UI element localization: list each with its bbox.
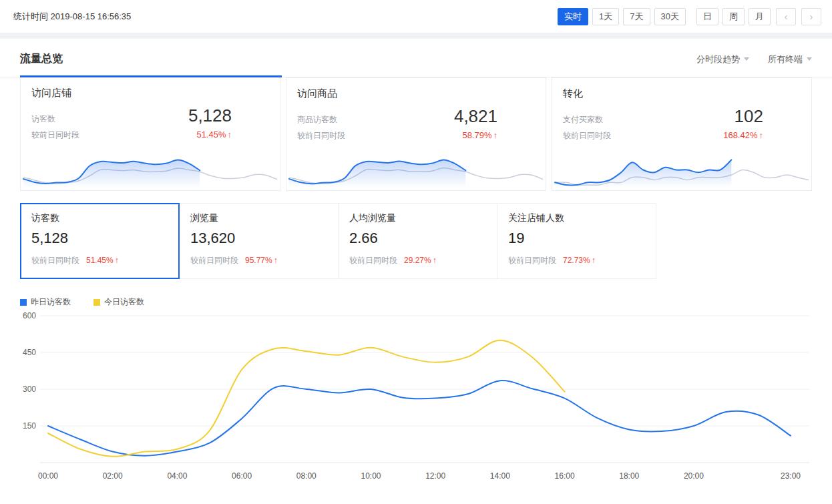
metric-label: 浏览量	[190, 212, 327, 224]
compare-row: 较前日同时段72.73%↑	[508, 255, 645, 266]
svg-text:06:00: 06:00	[232, 471, 252, 481]
up-arrow-icon: ↑	[274, 256, 278, 265]
metric-cards-row: 访客数 5,128 较前日同时段51.45%↑ 浏览量 13,620 较前日同时…	[0, 203, 832, 279]
metric-value: 4,821	[454, 107, 497, 125]
metric-value: 19	[508, 230, 645, 247]
compare-row: 较前日同时段51.45%↑	[31, 255, 168, 266]
change-value: 168.42%↑	[723, 128, 763, 143]
change-value: 95.77%↑	[245, 256, 278, 265]
card-title: 访问商品	[297, 87, 535, 100]
metric-value: 5,128	[31, 230, 168, 247]
separator-band	[0, 33, 832, 39]
time-btn-realtime[interactable]: 实时	[558, 8, 588, 25]
prev-page-button[interactable]: ‹	[776, 8, 796, 25]
compare-row: 较前日同时段 168.42%↑	[563, 128, 763, 144]
up-arrow-icon: ↑	[115, 256, 119, 265]
compare-label: 较前日同时段	[563, 128, 611, 144]
metric-label: 关注店铺人数	[508, 212, 645, 224]
up-arrow-icon: ↑	[759, 130, 764, 140]
overview-cards-row: 访问店铺 访客数 5,128 较前日同时段 51.45%↑ 访问商品 商品访客数…	[0, 77, 832, 191]
metric-value: 5,128	[188, 106, 232, 125]
metric-card-shop-followers[interactable]: 关注店铺人数 19 较前日同时段72.73%↑	[497, 203, 656, 279]
overview-card-shop-visits[interactable]: 访问店铺 访客数 5,128 较前日同时段 51.45%↑	[20, 77, 280, 191]
overview-card-conversion[interactable]: 转化 支付买家数 102 较前日同时段 168.42%↑	[552, 77, 812, 191]
chevron-down-icon	[807, 57, 812, 61]
section-header: 流量总览 分时段趋势 所有终端	[0, 39, 832, 77]
sparkline-chart	[552, 148, 811, 190]
metric-card-pageviews[interactable]: 浏览量 13,620 较前日同时段95.77%↑	[179, 203, 339, 279]
trend-dropdown-label: 分时段趋势	[696, 53, 740, 65]
svg-text:10:00: 10:00	[361, 471, 381, 481]
card-metrics: 支付买家数 102 较前日同时段 168.42%↑	[563, 107, 801, 144]
card-title: 访问店铺	[31, 87, 269, 99]
metric-row: 访客数 5,128	[31, 106, 232, 127]
svg-text:08:00: 08:00	[296, 471, 317, 481]
time-range-controls: 实时 1天 7天 30天 日 周 月 ‹ ›	[554, 8, 821, 25]
metric-label: 商品访客数	[297, 111, 337, 128]
metric-value: 102	[735, 107, 763, 125]
metric-card-visitors[interactable]: 访客数 5,128 较前日同时段51.45%↑	[20, 203, 180, 279]
time-btn-month[interactable]: 月	[749, 8, 771, 25]
svg-text:04:00: 04:00	[167, 471, 187, 481]
svg-text:18:00: 18:00	[619, 471, 639, 481]
page-title: 流量总览	[20, 52, 63, 66]
up-arrow-icon: ↑	[493, 130, 498, 140]
svg-text:14:00: 14:00	[490, 471, 510, 481]
card-metrics: 访客数 5,128 较前日同时段 51.45%↑	[31, 106, 269, 143]
time-btn-week[interactable]: 周	[722, 8, 745, 25]
traffic-trend-chart: 15030045060000:0002:0004:0006:0008:0010:…	[17, 309, 812, 484]
overview-card-product-visits[interactable]: 访问商品 商品访客数 4,821 较前日同时段 58.79%↑	[286, 77, 546, 191]
change-value: 72.73%↑	[563, 256, 596, 265]
compare-row: 较前日同时段95.77%↑	[190, 255, 327, 266]
chart-area: 15030045060000:0002:0004:0006:0008:0010:…	[0, 308, 832, 484]
metric-label: 支付买家数	[563, 111, 603, 128]
svg-text:600: 600	[23, 311, 36, 320]
legend-swatch-blue	[20, 299, 27, 306]
compare-row: 较前日同时段29.27%↑	[349, 255, 486, 266]
change-value: 29.27%↑	[404, 256, 437, 265]
svg-text:02:00: 02:00	[103, 471, 123, 481]
legend-swatch-yellow	[93, 299, 100, 306]
metric-card-avg-pageviews[interactable]: 人均浏览量 2.66 较前日同时段29.27%↑	[338, 203, 497, 279]
chevron-down-icon	[744, 57, 749, 61]
change-value: 51.45%↑	[196, 128, 232, 142]
svg-text:150: 150	[23, 421, 36, 431]
legend-item-yesterday[interactable]: 昨日访客数	[20, 296, 71, 308]
time-btn-day[interactable]: 日	[696, 8, 718, 25]
header-dropdowns: 分时段趋势 所有终端	[696, 53, 812, 65]
time-btn-30day[interactable]: 30天	[654, 8, 686, 25]
terminal-dropdown-label: 所有终端	[768, 53, 803, 65]
topbar: 统计时间 2019-08-15 16:56:35 实时 1天 7天 30天 日 …	[0, 0, 832, 33]
metric-label: 访客数	[31, 212, 168, 224]
compare-label: 较前日同时段	[31, 127, 79, 143]
time-btn-1day[interactable]: 1天	[592, 8, 619, 25]
svg-text:300: 300	[23, 385, 36, 394]
main-content: 流量总览 分时段趋势 所有终端 访问店铺 访客数 5,128 较前日同	[0, 39, 832, 504]
terminal-dropdown[interactable]: 所有终端	[768, 53, 812, 65]
chart-legend: 昨日访客数 今日访客数	[0, 296, 832, 308]
up-arrow-icon: ↑	[433, 256, 437, 265]
metric-row: 支付买家数 102	[563, 107, 763, 128]
change-value: 51.45%↑	[86, 256, 119, 265]
card-title: 转化	[563, 87, 801, 100]
sparkline-chart	[21, 148, 280, 190]
svg-text:00:00: 00:00	[38, 471, 58, 481]
change-value: 58.79%↑	[462, 128, 497, 143]
up-arrow-icon: ↑	[228, 130, 232, 140]
stat-time-label: 统计时间 2019-08-15 16:56:35	[13, 11, 131, 23]
svg-text:23:00: 23:00	[781, 471, 801, 481]
metric-label: 访客数	[31, 111, 55, 127]
metric-label: 人均浏览量	[349, 212, 486, 224]
trend-dropdown[interactable]: 分时段趋势	[696, 53, 749, 65]
legend-label: 今日访客数	[104, 296, 144, 308]
compare-label: 较前日同时段	[297, 128, 345, 144]
sparkline-chart	[286, 148, 546, 190]
legend-label: 昨日访客数	[31, 296, 71, 308]
svg-text:20:00: 20:00	[684, 471, 704, 481]
next-page-button[interactable]: ›	[801, 8, 821, 25]
time-btn-7day[interactable]: 7天	[623, 8, 650, 25]
compare-row: 较前日同时段 58.79%↑	[297, 128, 497, 144]
metric-value: 13,620	[190, 230, 327, 247]
metric-value: 2.66	[349, 230, 486, 247]
legend-item-today[interactable]: 今日访客数	[93, 296, 144, 308]
